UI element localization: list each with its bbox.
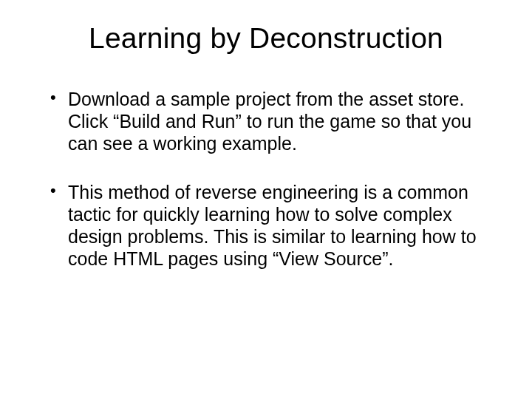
bullet-list: Download a sample project from the asset… bbox=[37, 88, 495, 270]
slide-title: Learning by Deconstruction bbox=[37, 22, 495, 55]
list-item: Download a sample project from the asset… bbox=[50, 88, 495, 154]
list-item: This method of reverse engineering is a … bbox=[50, 181, 495, 270]
